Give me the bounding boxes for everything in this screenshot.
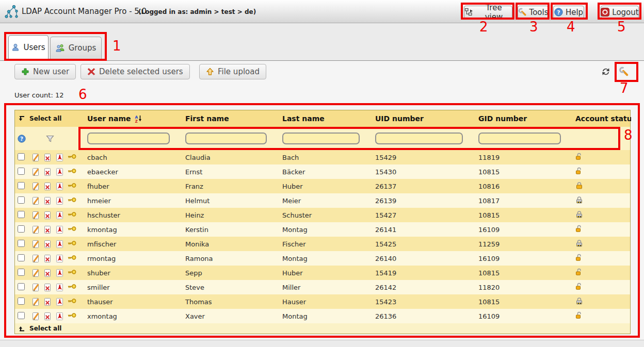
logout-button[interactable]: Logout <box>601 6 639 19</box>
select-all-top[interactable]: Select all <box>15 115 83 122</box>
filter-input-user-name[interactable] <box>87 133 170 144</box>
row-checkbox[interactable] <box>18 168 25 175</box>
pdf-icon[interactable] <box>55 240 65 249</box>
password-key-icon[interactable] <box>67 312 76 321</box>
password-key-icon[interactable] <box>67 240 76 249</box>
user-name-cell[interactable]: rmontag <box>83 255 181 262</box>
pdf-icon[interactable] <box>55 196 65 205</box>
filter-input-uid-number[interactable] <box>375 133 463 144</box>
delete-row-icon[interactable] <box>43 240 53 249</box>
first-name-cell: Ernst <box>181 168 278 176</box>
row-checkbox[interactable] <box>18 298 25 305</box>
pdf-icon[interactable] <box>55 211 65 220</box>
password-key-icon[interactable] <box>67 298 76 306</box>
filter-input-gid-number[interactable] <box>478 133 561 144</box>
new-user-button[interactable]: New user <box>14 64 76 79</box>
user-name-cell[interactable]: thauser <box>83 298 181 306</box>
row-checkbox[interactable] <box>18 211 25 218</box>
user-name-cell[interactable]: hmeier <box>83 197 181 205</box>
edit-icon[interactable] <box>31 225 41 234</box>
password-key-icon[interactable] <box>67 168 76 176</box>
filter-input-last-name[interactable] <box>282 133 360 144</box>
user-name-cell[interactable]: ebaecker <box>83 168 181 176</box>
pdf-icon[interactable] <box>55 298 65 306</box>
row-checkbox[interactable] <box>18 269 25 276</box>
delete-row-icon[interactable] <box>43 254 53 263</box>
settings-wrench-icon[interactable] <box>619 67 630 77</box>
user-name-cell[interactable]: xmontag <box>83 312 181 320</box>
edit-icon[interactable] <box>31 254 41 263</box>
edit-icon[interactable] <box>31 211 41 220</box>
delete-row-icon[interactable] <box>43 225 53 234</box>
refresh-icon[interactable] <box>601 67 612 77</box>
delete-row-icon[interactable] <box>43 283 53 292</box>
column-header-last-name[interactable]: Last name <box>278 114 371 123</box>
edit-icon[interactable] <box>31 269 41 277</box>
password-key-icon[interactable] <box>67 225 76 234</box>
row-checkbox[interactable] <box>18 153 25 160</box>
password-key-icon[interactable] <box>67 283 76 292</box>
delete-row-icon[interactable] <box>43 269 53 277</box>
user-name-cell[interactable]: fhuber <box>83 183 181 190</box>
pdf-icon[interactable] <box>55 182 65 191</box>
delete-selected-users-button[interactable]: Delete selected users <box>81 64 190 79</box>
password-key-icon[interactable] <box>67 153 76 162</box>
sort-az-icon[interactable]: AZ <box>135 115 142 123</box>
edit-icon[interactable] <box>31 283 41 292</box>
user-name-cell[interactable]: mfischer <box>83 240 181 248</box>
file-upload-button[interactable]: File upload <box>199 64 266 79</box>
delete-row-icon[interactable] <box>43 182 53 191</box>
edit-icon[interactable] <box>31 196 41 205</box>
delete-row-icon[interactable] <box>43 168 53 176</box>
pdf-icon[interactable] <box>55 312 65 321</box>
user-name-cell[interactable]: hschuster <box>83 211 181 219</box>
row-checkbox[interactable] <box>18 240 25 247</box>
help-button[interactable]: ? Help <box>553 6 584 19</box>
user-name-cell[interactable]: kmontag <box>83 226 181 234</box>
tree-view-button[interactable]: Tree view <box>464 6 512 19</box>
delete-row-icon[interactable] <box>43 298 53 306</box>
pdf-icon[interactable] <box>55 254 65 263</box>
edit-icon[interactable] <box>31 298 41 306</box>
delete-row-icon[interactable] <box>43 312 53 321</box>
pdf-icon[interactable] <box>55 168 65 176</box>
first-name-cell: Helmut <box>181 197 278 205</box>
row-checkbox[interactable] <box>18 182 25 189</box>
row-checkbox[interactable] <box>18 283 25 290</box>
edit-icon[interactable] <box>31 240 41 249</box>
delete-row-icon[interactable] <box>43 196 53 205</box>
password-key-icon[interactable] <box>67 254 76 263</box>
row-checkbox[interactable] <box>18 254 25 261</box>
edit-icon[interactable] <box>31 312 41 321</box>
edit-icon[interactable] <box>31 153 41 162</box>
edit-icon[interactable] <box>31 182 41 191</box>
pdf-icon[interactable] <box>55 283 65 292</box>
tab-groups[interactable]: Groups <box>50 37 102 60</box>
column-header-gid-number[interactable]: GID number <box>474 114 572 123</box>
filter-funnel-icon[interactable] <box>46 135 54 143</box>
tools-button[interactable]: Tools <box>518 6 549 19</box>
column-header-first-name[interactable]: First name <box>181 114 278 123</box>
row-checkbox[interactable] <box>18 312 25 319</box>
column-header-user-name[interactable]: User name AZ <box>83 114 181 123</box>
filter-input-first-name[interactable] <box>185 133 267 144</box>
pdf-icon[interactable] <box>55 153 65 162</box>
password-key-icon[interactable] <box>67 269 76 277</box>
password-key-icon[interactable] <box>67 196 76 205</box>
row-checkbox[interactable] <box>18 196 25 204</box>
user-name-cell[interactable]: smiller <box>83 284 181 291</box>
password-key-icon[interactable] <box>67 211 76 220</box>
select-all-bottom[interactable]: Select all <box>15 323 630 334</box>
column-header-uid-number[interactable]: UID number <box>371 114 474 123</box>
delete-row-icon[interactable] <box>43 211 53 220</box>
pdf-icon[interactable] <box>55 225 65 234</box>
tab-users[interactable]: Users <box>8 35 49 61</box>
user-name-cell[interactable]: shuber <box>83 269 181 277</box>
help-icon[interactable]: ? <box>18 135 26 143</box>
pdf-icon[interactable] <box>55 269 65 277</box>
user-name-cell[interactable]: cbach <box>83 154 181 161</box>
edit-icon[interactable] <box>31 168 41 176</box>
row-checkbox[interactable] <box>18 225 25 233</box>
password-key-icon[interactable] <box>67 182 76 191</box>
delete-row-icon[interactable] <box>43 153 53 162</box>
